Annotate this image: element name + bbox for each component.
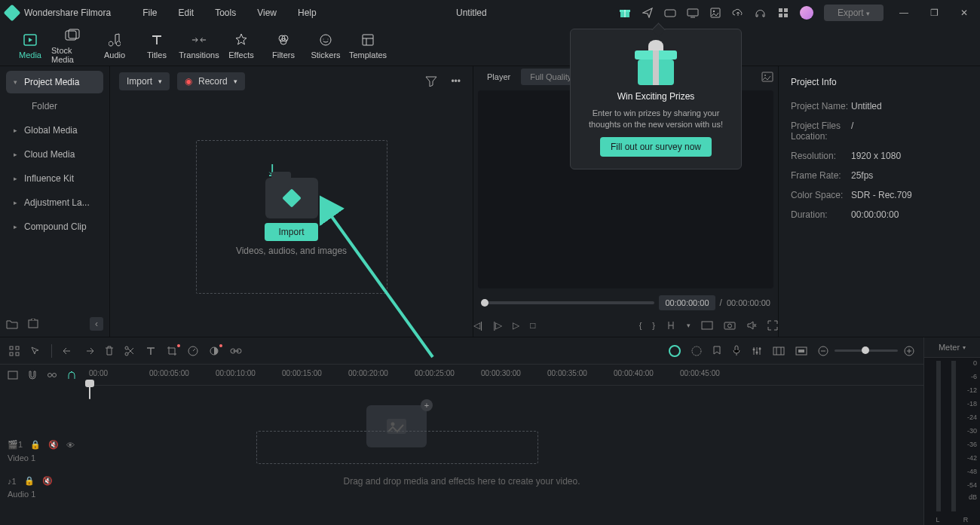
gauge-icon[interactable] [691, 346, 702, 356]
redo-icon[interactable] [84, 346, 94, 356]
maximize-button[interactable]: ❐ [929, 8, 939, 18]
step-back-button[interactable]: |▷ [493, 320, 502, 331]
gift-icon[interactable] [619, 7, 631, 19]
media-drop-zone[interactable]: ⤓ Import Videos, audios, and images [196, 140, 387, 294]
import-dropdown[interactable]: Import▾ [119, 72, 170, 90]
linkage-icon[interactable] [47, 370, 57, 380]
keyframe-icon[interactable] [773, 346, 785, 356]
sidebar-item-compound-clip[interactable]: ▸Compound Clip [6, 215, 103, 238]
auto-ripple-icon[interactable] [66, 370, 77, 380]
zoom-out-icon[interactable] [818, 346, 828, 356]
tab-stickers[interactable]: Stickers [305, 32, 347, 60]
tab-titles[interactable]: Titles [136, 32, 178, 60]
add-media-icon[interactable]: + [421, 399, 433, 411]
cloud-library-icon[interactable] [664, 7, 676, 19]
snapshot-icon[interactable] [761, 72, 773, 82]
minimize-button[interactable]: — [899, 8, 909, 18]
timeline-drop-zone[interactable] [256, 431, 538, 464]
tab-player[interactable]: Player [478, 69, 519, 85]
audio-track-icon[interactable]: ♪1 [8, 477, 17, 486]
screen-icon[interactable] [687, 7, 699, 19]
sidebar-item-global-media[interactable]: ▸Global Media [6, 119, 103, 142]
mark-out-button[interactable]: } [652, 321, 655, 330]
speed-icon[interactable] [188, 346, 198, 356]
display-mode-icon[interactable] [701, 321, 713, 330]
apps-icon[interactable] [777, 7, 789, 19]
headphones-icon[interactable] [755, 7, 767, 19]
menu-view[interactable]: View [257, 8, 277, 18]
track-toggle-icon[interactable] [8, 371, 18, 380]
marker-dropdown-icon[interactable]: ▾ [687, 322, 691, 329]
sidebar-item-adjustment-layer[interactable]: ▸Adjustment La... [6, 191, 103, 214]
value-color-space: SDR - Rec.709 [851, 190, 912, 200]
export-button[interactable]: Export ▾ [824, 5, 884, 21]
play-button[interactable]: ▷ [513, 320, 519, 331]
delete-icon[interactable] [105, 346, 114, 356]
video-track-icon[interactable]: 🎬1 [8, 440, 23, 450]
asset-icon[interactable] [709, 7, 721, 19]
menu-file[interactable]: File [142, 8, 157, 18]
magnet-icon[interactable] [27, 370, 38, 380]
camera-icon[interactable] [724, 321, 736, 330]
cloud-upload-icon[interactable] [732, 7, 744, 19]
menu-help[interactable]: Help [298, 8, 317, 18]
text-tool-icon[interactable] [145, 346, 156, 356]
import-button[interactable]: Import [265, 223, 317, 241]
new-bin-icon[interactable] [27, 319, 39, 329]
fullscreen-icon[interactable] [767, 320, 778, 331]
pointer-tool-icon[interactable] [9, 346, 20, 356]
tab-audio[interactable]: Audio [93, 32, 136, 60]
zoom-in-icon[interactable] [904, 346, 914, 356]
mark-in-button[interactable]: { [639, 321, 642, 330]
ai-tool-icon[interactable] [669, 345, 681, 357]
filter-icon[interactable] [422, 73, 440, 90]
hide-track-icon[interactable]: 👁 [66, 441, 75, 450]
lock-icon[interactable]: 🔒 [30, 440, 41, 450]
color-icon[interactable] [209, 346, 219, 356]
tab-filters[interactable]: Filters [262, 32, 305, 60]
crop-icon[interactable] [167, 346, 177, 356]
send-icon[interactable] [642, 7, 654, 19]
voiceover-icon[interactable] [732, 345, 741, 357]
sidebar-item-folder[interactable]: Folder [6, 95, 103, 118]
render-icon[interactable] [795, 346, 807, 356]
mute-icon[interactable] [746, 320, 757, 331]
prev-frame-button[interactable]: ◁| [473, 320, 482, 331]
preview-scrubber[interactable] [481, 301, 654, 304]
new-folder-icon[interactable] [6, 319, 18, 329]
menu-edit[interactable]: Edit [179, 8, 194, 18]
mixer-icon[interactable] [752, 346, 762, 356]
sidebar-item-project-media[interactable]: ▾Project Media [6, 71, 103, 93]
link-icon[interactable] [230, 347, 242, 355]
svg-point-47 [53, 374, 57, 377]
split-icon[interactable] [124, 346, 135, 356]
tab-media[interactable]: Media [9, 32, 51, 60]
sidebar-item-influence-kit[interactable]: ▸Influence Kit [6, 167, 103, 190]
tab-transitions[interactable]: Transitions [178, 32, 220, 60]
record-dropdown[interactable]: ◉Record▾ [177, 72, 245, 90]
timeline-tracks[interactable]: + Drag and drop media and effects here t… [0, 386, 923, 525]
menu-tools[interactable]: Tools [215, 8, 236, 18]
playhead[interactable] [89, 386, 90, 399]
sidebar-item-cloud-media[interactable]: ▸Cloud Media [6, 143, 103, 166]
survey-button[interactable]: Fill out our survey now [600, 137, 712, 157]
marker-icon[interactable] [712, 346, 721, 356]
undo-icon[interactable] [63, 346, 73, 356]
marker-split-icon[interactable] [666, 320, 676, 331]
mute-track-icon[interactable]: 🔇 [48, 440, 59, 450]
timeline-ruler[interactable]: 00:00 00:00:05:00 00:00:10:00 00:00:15:0… [87, 365, 923, 386]
tab-effects[interactable]: Effects [220, 32, 262, 60]
collapse-sidebar-button[interactable]: ‹ [90, 317, 103, 331]
select-tool-icon[interactable] [30, 346, 41, 356]
lock-audio-icon[interactable]: 🔒 [24, 476, 35, 486]
mute-audio-icon[interactable]: 🔇 [42, 476, 53, 486]
label-color-space: Color Space: [791, 190, 851, 200]
zoom-slider[interactable] [835, 349, 898, 352]
more-icon[interactable]: ••• [448, 73, 464, 90]
user-avatar[interactable] [800, 6, 813, 20]
stop-button[interactable]: □ [530, 320, 535, 331]
tab-stock-media[interactable]: Stock Media [51, 28, 93, 64]
tab-templates[interactable]: Templates [347, 32, 389, 60]
value-duration: 00:00:00:00 [851, 209, 899, 220]
close-button[interactable]: ✕ [959, 8, 969, 18]
